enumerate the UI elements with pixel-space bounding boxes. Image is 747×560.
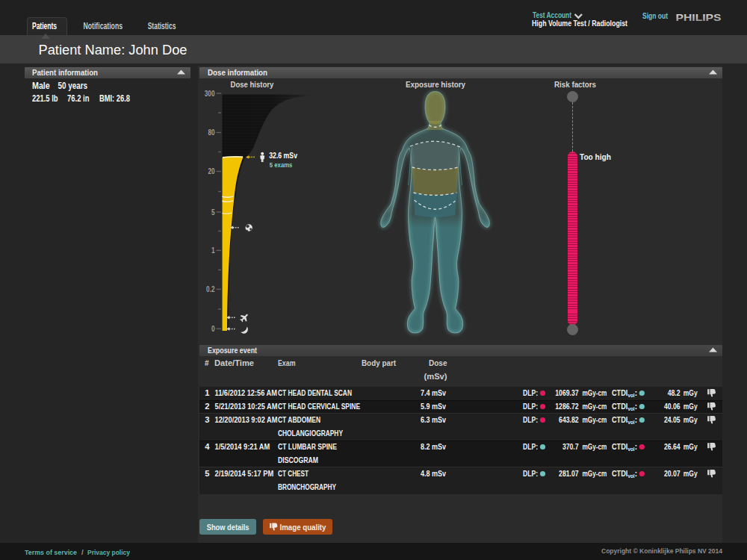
svg-text:20.07: 20.07 <box>664 469 681 478</box>
svg-text:Exposure event: Exposure event <box>208 346 257 355</box>
svg-text:1: 1 <box>205 388 209 397</box>
svg-text:26.64: 26.64 <box>664 442 681 451</box>
svg-text:Dose: Dose <box>429 359 447 367</box>
svg-text:High Volume Test / Radiologist: High Volume Test / Radiologist <box>532 19 628 28</box>
svg-text:Statistics: Statistics <box>148 21 176 31</box>
svg-text:1286.72: 1286.72 <box>555 402 578 411</box>
svg-text:7.4 mSv: 7.4 mSv <box>421 388 447 397</box>
svg-text:mGy: mGy <box>684 402 698 411</box>
svg-text:40.06: 40.06 <box>664 402 681 411</box>
svg-text:mGy-cm: mGy-cm <box>583 388 607 397</box>
svg-text:CTDI: CTDI <box>612 469 627 478</box>
svg-text:5 exams: 5 exams <box>270 161 293 169</box>
svg-text:DLP:: DLP: <box>523 442 538 451</box>
svg-text:5: 5 <box>205 469 209 478</box>
svg-text:221.5 lb: 221.5 lb <box>32 93 58 104</box>
svg-text:Show details: Show details <box>207 523 249 532</box>
svg-text:1: 1 <box>211 246 215 255</box>
svg-text:Patient Name: John Doe: Patient Name: John Doe <box>39 43 187 57</box>
svg-text:mGy: mGy <box>684 442 698 451</box>
svg-text:DLP:: DLP: <box>523 402 538 411</box>
svg-text:6.3 mSv: 6.3 mSv <box>421 415 447 424</box>
svg-text:DLP:: DLP: <box>523 469 538 478</box>
svg-text::: : <box>635 402 638 411</box>
svg-text:mGy: mGy <box>684 415 698 424</box>
svg-text:BRONCHOGRAPHY: BRONCHOGRAPHY <box>278 482 336 491</box>
svg-text:mGy-cm: mGy-cm <box>583 402 607 411</box>
svg-text:Terms of service: Terms of service <box>25 548 77 556</box>
svg-text:20: 20 <box>208 167 214 175</box>
svg-text:1/5/2014 9:21 AM: 1/5/2014 9:21 AM <box>215 442 270 451</box>
svg-text:Notifications: Notifications <box>84 21 123 31</box>
svg-text:DISCOGRAM: DISCOGRAM <box>278 455 318 464</box>
svg-text:5.9 mSv: 5.9 mSv <box>421 402 447 411</box>
svg-text:48.2: 48.2 <box>668 388 681 397</box>
svg-text:4: 4 <box>205 442 210 451</box>
svg-text:Patients: Patients <box>32 21 57 31</box>
svg-text:5/21/2013 10:25 AM: 5/21/2013 10:25 AM <box>215 402 278 411</box>
svg-text:Date/Time: Date/Time <box>214 359 254 367</box>
svg-text:vol: vol <box>628 392 635 399</box>
svg-text:mGy-cm: mGy-cm <box>583 442 607 451</box>
svg-text:CTDI: CTDI <box>612 388 627 397</box>
svg-text:8.2 mSv: 8.2 mSv <box>421 442 447 451</box>
svg-text:DLP:: DLP: <box>523 388 538 397</box>
svg-text:3: 3 <box>205 415 209 424</box>
svg-text:5: 5 <box>211 208 215 217</box>
svg-text:CTDI: CTDI <box>612 402 627 411</box>
svg-text:Dose information: Dose information <box>208 68 267 77</box>
svg-text:12/20/2013 9:02 AM: 12/20/2013 9:02 AM <box>215 415 278 424</box>
svg-text:Exam: Exam <box>278 359 296 367</box>
svg-text:Patient information: Patient information <box>32 68 98 77</box>
svg-text:0.2: 0.2 <box>206 285 215 293</box>
svg-text:DLP:: DLP: <box>523 415 538 424</box>
svg-text:1069.37: 1069.37 <box>555 388 578 397</box>
svg-text:300: 300 <box>205 90 215 98</box>
svg-text:CT HEAD DENTAL SCAN: CT HEAD DENTAL SCAN <box>278 388 352 397</box>
svg-text:370.7: 370.7 <box>562 442 579 451</box>
svg-text:CTDI: CTDI <box>612 442 627 451</box>
svg-text:CT HEAD CERVICAL SPINE: CT HEAD CERVICAL SPINE <box>278 402 360 411</box>
svg-text:32.6 mSv: 32.6 mSv <box>269 151 297 160</box>
svg-text:Sign out: Sign out <box>642 11 668 20</box>
svg-text:80: 80 <box>208 128 214 137</box>
svg-text:(mSv): (mSv) <box>424 373 447 381</box>
svg-text:mGy-cm: mGy-cm <box>583 415 607 424</box>
svg-text:CTDI: CTDI <box>612 415 627 424</box>
svg-text:vol: vol <box>628 405 635 412</box>
svg-text:Copyright © Koninklijke Philip: Copyright © Koninklijke Philips NV 2014 <box>601 547 723 555</box>
svg-text::: : <box>635 388 638 397</box>
svg-text:76.2 in: 76.2 in <box>67 93 89 104</box>
svg-text:11/6/2012 12:56 AM: 11/6/2012 12:56 AM <box>215 388 278 397</box>
svg-text:PHILIPS: PHILIPS <box>676 12 722 23</box>
svg-text:Too high: Too high <box>580 152 611 161</box>
svg-text:vol: vol <box>628 446 635 452</box>
svg-text:4.8 mSv: 4.8 mSv <box>421 469 447 478</box>
svg-text:CT ABDOMEN: CT ABDOMEN <box>278 415 320 424</box>
svg-text:CHOLANGIOGRAPHY: CHOLANGIOGRAPHY <box>278 429 343 438</box>
svg-text:mGy: mGy <box>684 469 698 478</box>
svg-text:CT LUMBAR SPINE: CT LUMBAR SPINE <box>278 442 337 451</box>
svg-text:vol: vol <box>628 473 635 479</box>
svg-text:24.05: 24.05 <box>664 415 681 424</box>
svg-text:Body part: Body part <box>362 359 397 367</box>
svg-text::: : <box>635 469 638 478</box>
svg-text:Male: Male <box>32 81 50 91</box>
svg-text:/: / <box>81 548 84 556</box>
svg-text:mGy: mGy <box>684 388 698 397</box>
svg-text:Test Account: Test Account <box>533 11 572 19</box>
svg-text:0: 0 <box>211 325 215 333</box>
svg-text:Privacy policy: Privacy policy <box>87 548 131 556</box>
svg-text:BMI: 26.8: BMI: 26.8 <box>99 93 130 104</box>
svg-text:Risk factors: Risk factors <box>554 80 596 89</box>
svg-text:#: # <box>205 359 209 367</box>
svg-text::: : <box>635 442 638 451</box>
svg-text:Dose history: Dose history <box>231 80 275 89</box>
svg-text:643.82: 643.82 <box>559 415 579 424</box>
svg-text:2/19/2014 5:17 PM: 2/19/2014 5:17 PM <box>215 469 274 478</box>
svg-text:281.07: 281.07 <box>559 469 579 478</box>
svg-text:Exposure history: Exposure history <box>406 80 466 89</box>
svg-text:50 years: 50 years <box>58 81 88 91</box>
svg-text:mGy-cm: mGy-cm <box>583 469 607 478</box>
svg-text:2: 2 <box>205 402 209 411</box>
